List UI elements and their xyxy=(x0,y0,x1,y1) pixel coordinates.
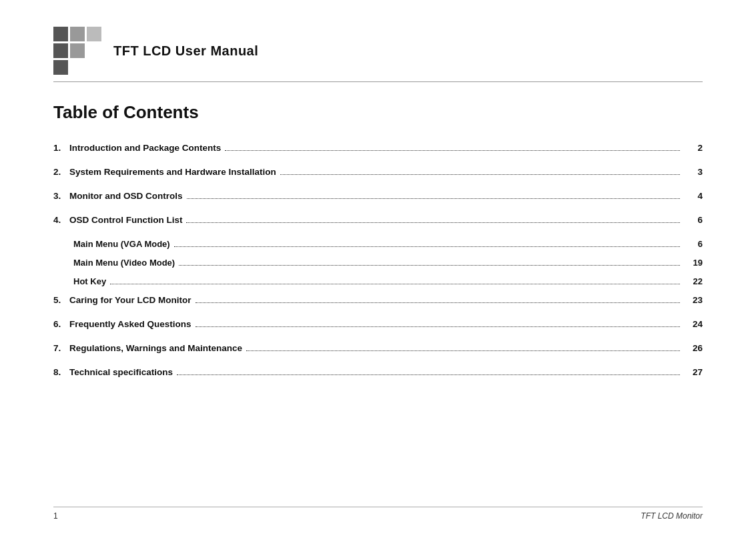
toc-item-number: 1. xyxy=(53,143,69,153)
toc-item: 7.Regulations, Warnings and Maintenance2… xyxy=(53,343,703,367)
toc-item-dots xyxy=(225,150,680,151)
toc-item-dots xyxy=(186,222,680,223)
logo-block-6 xyxy=(87,43,101,58)
toc-item-number: 6. xyxy=(53,319,69,329)
toc-item-label: Introduction and Package Contents xyxy=(69,143,221,153)
toc-item-page: 24 xyxy=(684,319,703,329)
toc-item: 4.OSD Control Function List6 xyxy=(53,215,703,239)
toc-item-page: 22 xyxy=(684,276,703,286)
toc-item: 2.System Requirements and Hardware Insta… xyxy=(53,167,703,191)
logo-block-7 xyxy=(53,60,68,75)
logo xyxy=(53,27,101,75)
toc-item-number: 7. xyxy=(53,343,69,353)
toc-item-label: Main Menu (VGA Mode) xyxy=(73,239,170,249)
toc-item-dots xyxy=(177,374,680,375)
toc-item-dots xyxy=(246,350,680,351)
toc-item-dots xyxy=(179,265,680,266)
footer-brand: TFT LCD Monitor xyxy=(641,511,703,521)
toc-item-page: 26 xyxy=(684,343,703,353)
toc-item-dots xyxy=(196,326,680,327)
logo-block-1 xyxy=(53,27,68,41)
toc-item-number: 2. xyxy=(53,167,69,177)
toc-item-dots xyxy=(187,198,681,199)
toc-item-label: Main Menu (Video Mode) xyxy=(73,258,175,268)
toc-item-dots xyxy=(196,302,681,303)
toc-item-page: 2 xyxy=(684,143,703,153)
toc-item-page: 6 xyxy=(684,239,703,249)
toc-item-page: 4 xyxy=(684,191,703,201)
toc-item-page: 3 xyxy=(684,167,703,177)
toc-heading: Table of Contents xyxy=(53,102,703,123)
header: TFT LCD User Manual xyxy=(53,0,703,82)
toc-item-number: 4. xyxy=(53,215,69,225)
toc-item-label: System Requirements and Hardware Install… xyxy=(69,167,276,177)
logo-block-2 xyxy=(70,27,85,41)
toc-item: 1.Introduction and Package Contents2 xyxy=(53,143,703,167)
page: TFT LCD User Manual Table of Contents 1.… xyxy=(0,0,756,534)
footer: 1 TFT LCD Monitor xyxy=(53,507,703,521)
toc-item: Hot Key22 xyxy=(53,276,703,295)
toc-item-label: Regulations, Warnings and Maintenance xyxy=(69,343,242,353)
toc-item-label: Caring for Your LCD Monitor xyxy=(69,295,192,305)
toc-item-label: Hot Key xyxy=(73,276,106,286)
toc-item-page: 27 xyxy=(684,367,703,377)
logo-block-4 xyxy=(53,43,68,58)
toc-item-page: 6 xyxy=(684,215,703,225)
logo-block-8 xyxy=(70,60,85,75)
header-title: TFT LCD User Manual xyxy=(113,43,258,59)
toc-item-dots xyxy=(174,246,680,247)
toc-item: Main Menu (Video Mode)19 xyxy=(53,258,703,276)
toc-item-label: Frequently Asked Questions xyxy=(69,319,192,329)
toc-item-page: 23 xyxy=(684,295,703,305)
toc-item-label: Monitor and OSD Controls xyxy=(69,191,183,201)
toc-item: 5.Caring for Your LCD Monitor23 xyxy=(53,295,703,319)
logo-block-5 xyxy=(70,43,85,58)
toc-item: 6.Frequently Asked Questions24 xyxy=(53,319,703,343)
toc-item-number: 8. xyxy=(53,367,69,377)
toc-item-label: Technical specifications xyxy=(69,367,173,377)
toc-item-page: 19 xyxy=(684,258,703,268)
logo-block-9 xyxy=(87,60,101,75)
toc-item-label: OSD Control Function List xyxy=(69,215,182,225)
toc-item: Main Menu (VGA Mode)6 xyxy=(53,239,703,258)
logo-block-3 xyxy=(87,27,101,41)
toc-item-dots xyxy=(280,174,680,175)
toc-item: 8.Technical specifications27 xyxy=(53,367,703,391)
toc-item-number: 5. xyxy=(53,295,69,305)
toc-item-dots xyxy=(110,284,680,284)
toc-item: 3.Monitor and OSD Controls4 xyxy=(53,191,703,215)
footer-page-number: 1 xyxy=(53,511,58,521)
toc-item-number: 3. xyxy=(53,191,69,201)
toc-list: 1.Introduction and Package Contents22.Sy… xyxy=(53,143,703,391)
